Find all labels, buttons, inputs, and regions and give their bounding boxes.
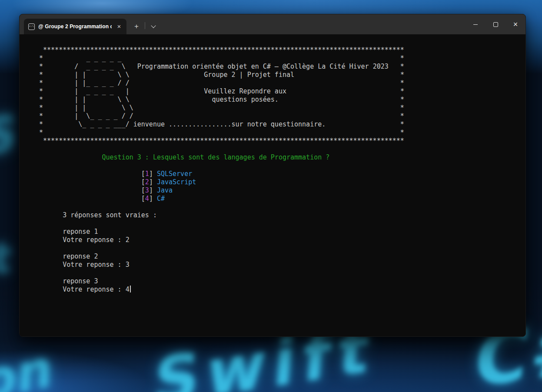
terminal-line: reponse 1 (39, 228, 522, 236)
terminal-line: Question 3 : Lesquels sont des langages … (39, 153, 522, 162)
terminal-line: Votre reponse : 3 (39, 261, 522, 269)
terminal-line: * | | \ \ Groupe 2 | Projet final * (39, 71, 522, 79)
terminal-line: * _ _ _ _ _ * (39, 54, 522, 63)
tab-title: @ Groupe 2 Programmation or (38, 23, 112, 30)
terminal-line: [1] SQLServer (39, 170, 522, 178)
terminal-line: [4] C# (39, 195, 522, 203)
command-prompt-icon: c:\ (28, 23, 35, 30)
terminal-line: * | _ _ _ _ | Veuillez Repondre aux * (39, 87, 522, 96)
terminal-line (39, 219, 522, 228)
terminal-line: [3] Java (39, 186, 522, 195)
terminal-line: * \_ _ _ _ ___/ ienvenue ...............… (39, 120, 522, 129)
terminal-line: * * (39, 129, 522, 137)
terminal-line: reponse 3 (39, 277, 522, 286)
title-bar[interactable]: c:\ @ Groupe 2 Programmation or × + × (20, 14, 525, 34)
terminal-line (39, 269, 522, 277)
terminal-line (39, 145, 522, 153)
tab-dropdown-button[interactable] (145, 19, 162, 34)
tab-close-button[interactable]: × (115, 23, 123, 30)
minimize-icon (473, 24, 478, 25)
terminal-line: ****************************************… (39, 46, 522, 54)
terminal-line: 3 réponses sont vraies : (39, 211, 522, 219)
terminal-line (39, 162, 522, 170)
terminal-window: c:\ @ Groupe 2 Programmation or × + × **… (19, 14, 526, 337)
bg-glow-letter-midleft: t (0, 233, 13, 285)
terminal-viewport[interactable]: ****************************************… (20, 34, 525, 336)
terminal-line (39, 244, 522, 252)
terminal-line: reponse 2 (39, 252, 522, 261)
tab-groupe-2[interactable]: c:\ @ Groupe 2 Programmation or × (24, 19, 126, 34)
close-icon: × (513, 20, 518, 28)
terminal-line: * | \_ _ _ _ / / * (39, 112, 522, 120)
new-tab-button[interactable]: + (128, 19, 145, 34)
minimize-button[interactable] (466, 14, 485, 34)
close-button[interactable]: × (505, 14, 525, 34)
maximize-icon (493, 22, 498, 27)
terminal-line (39, 38, 522, 46)
terminal-line: ****************************************… (39, 137, 522, 145)
terminal-line: * | | \ \ * (39, 104, 522, 112)
text-cursor (130, 286, 131, 292)
terminal-content: ****************************************… (39, 38, 522, 294)
terminal-line: * | |_ _ _ _ / / * (39, 79, 522, 87)
terminal-line: Votre reponse : 4 (39, 286, 522, 294)
terminal-line: [2] JavaScript (39, 178, 522, 186)
bg-glow-letter-left: S (0, 106, 17, 166)
maximize-button[interactable] (485, 14, 505, 34)
chevron-down-icon (151, 23, 156, 28)
terminal-line (39, 203, 522, 211)
terminal-line: * | | \ \ questions posées. * (39, 96, 522, 104)
terminal-line: * / _ _ _ _ \ Programmation orientée obj… (39, 63, 522, 71)
terminal-line: Votre reponse : 2 (39, 236, 522, 244)
